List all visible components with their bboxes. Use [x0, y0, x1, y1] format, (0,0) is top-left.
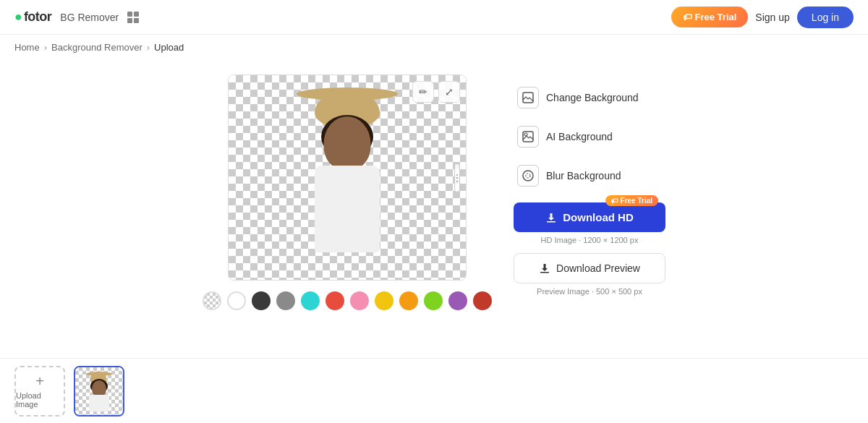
- ai-bg-icon: [517, 126, 539, 148]
- swatch-pink[interactable]: [350, 291, 369, 310]
- svg-point-4: [526, 174, 530, 178]
- breadcrumb-bg-remover[interactable]: Background Remover: [51, 42, 142, 53]
- swatch-gray[interactable]: [276, 291, 295, 310]
- thumbnail-item[interactable]: [74, 366, 124, 416]
- grid-icon[interactable]: [127, 12, 139, 23]
- svg-rect-5: [547, 221, 556, 223]
- ai-background-option[interactable]: AI Background: [514, 117, 665, 156]
- edit-icon: ✏: [419, 86, 427, 98]
- swatch-orange[interactable]: [399, 291, 418, 310]
- color-swatches: [203, 291, 492, 310]
- expand-icon: ⤢: [445, 86, 454, 98]
- hd-badge-text: 🏷 Free Trial: [611, 197, 652, 205]
- blur-background-option[interactable]: Blur Background: [514, 156, 665, 195]
- thumb-body: [89, 395, 109, 411]
- hd-info-text: HD Image · 1200 × 1200 px: [514, 236, 665, 244]
- logo-text: fotor: [24, 9, 51, 25]
- canvas-tools: ✏ ⤢: [412, 81, 460, 103]
- login-button[interactable]: Log in: [797, 7, 854, 28]
- signup-button[interactable]: Sign up: [755, 12, 789, 23]
- breadcrumb-current: Upload: [154, 42, 184, 53]
- upload-label: Upload Image: [16, 391, 64, 409]
- svg-rect-6: [540, 272, 549, 273]
- breadcrumb-sep-1: ›: [44, 42, 47, 53]
- person-figure: [289, 87, 405, 275]
- swatch-checker[interactable]: [203, 291, 221, 310]
- preview-info-text: Preview Image · 500 × 500 px: [514, 287, 665, 296]
- swatch-purple[interactable]: [448, 291, 467, 310]
- change-bg-icon: [517, 87, 539, 108]
- header-right: 🏷 Free Trial Sign up Log in: [671, 7, 854, 28]
- download-section: Download HD 🏷 Free Trial HD Image · 1200…: [514, 202, 665, 296]
- download-preview-button[interactable]: Download Preview: [514, 253, 665, 283]
- blur-bg-icon: [517, 165, 539, 187]
- editor-container: ✏ ⤢: [203, 74, 492, 310]
- breadcrumb-home[interactable]: Home: [14, 42, 40, 53]
- swatch-red[interactable]: [326, 291, 344, 310]
- change-bg-label: Change Background: [546, 92, 639, 103]
- change-background-option[interactable]: Change Background: [514, 78, 665, 117]
- logo-icon: ●: [14, 9, 22, 25]
- svg-point-3: [523, 171, 533, 181]
- bottom-strip: + Upload Image: [0, 358, 868, 423]
- swatch-black[interactable]: [252, 291, 271, 310]
- header: ● fotor BG Remover 🏷 Free Trial Sign up …: [0, 0, 868, 35]
- swatch-dark-red[interactable]: [473, 291, 492, 310]
- logo[interactable]: ● fotor: [14, 9, 51, 25]
- download-hd-label: Download HD: [563, 211, 634, 223]
- canvas-image: [229, 75, 466, 280]
- swatch-yellow[interactable]: [375, 291, 393, 310]
- body: [315, 166, 380, 252]
- upload-plus-icon: +: [35, 374, 44, 388]
- thumbnail-person: [85, 372, 114, 411]
- blur-bg-label: Blur Background: [546, 170, 621, 181]
- swatch-cyan[interactable]: [301, 291, 320, 310]
- canvas-wrapper: ✏ ⤢: [228, 74, 467, 281]
- edit-tool-button[interactable]: ✏: [412, 81, 434, 103]
- divider-handle[interactable]: [454, 163, 460, 192]
- breadcrumb-sep-2: ›: [147, 42, 150, 53]
- header-left: ● fotor BG Remover: [14, 9, 139, 25]
- app-name: BG Remover: [60, 12, 119, 23]
- free-trial-badge: 🏷 Free Trial: [605, 195, 658, 206]
- svg-rect-0: [523, 93, 533, 103]
- swatch-white[interactable]: [227, 291, 246, 310]
- svg-rect-1: [523, 132, 533, 142]
- download-hd-icon: [545, 212, 557, 223]
- main-content: ✏ ⤢: [0, 60, 868, 325]
- ai-bg-label: AI Background: [546, 131, 613, 142]
- swatch-green[interactable]: [424, 291, 443, 310]
- download-preview-label: Download Preview: [556, 262, 640, 274]
- download-hd-button[interactable]: Download HD: [514, 202, 665, 232]
- free-trial-button[interactable]: 🏷 Free Trial: [671, 7, 748, 27]
- svg-point-2: [524, 133, 527, 136]
- upload-new-button[interactable]: + Upload Image: [14, 366, 65, 416]
- download-preview-icon: [539, 262, 550, 274]
- breadcrumb: Home › Background Remover › Upload: [0, 35, 868, 60]
- right-panel: Change Background AI Background Blur Bac…: [514, 74, 665, 296]
- expand-tool-button[interactable]: ⤢: [438, 81, 460, 103]
